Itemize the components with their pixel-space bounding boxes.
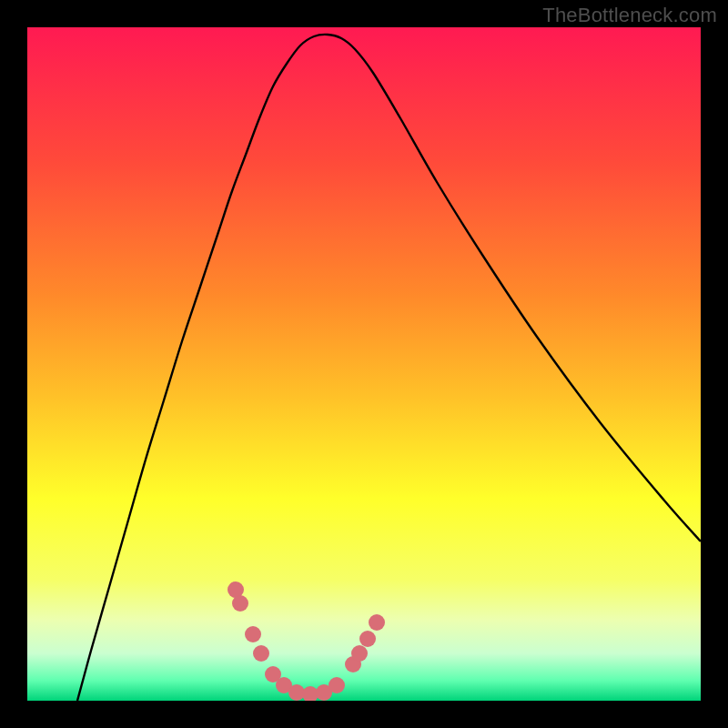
highlight-dot	[232, 595, 248, 612]
outer-frame: TheBottleneck.com	[0, 0, 728, 728]
highlight-dot	[253, 645, 269, 662]
highlight-dot	[329, 677, 345, 693]
bottleneck-curve-path	[77, 35, 701, 701]
highlight-dot	[245, 626, 261, 642]
highlight-dot	[359, 631, 376, 647]
chart-svg	[27, 27, 701, 701]
plot-area	[27, 27, 701, 701]
brand-watermark: TheBottleneck.com	[542, 4, 717, 27]
highlight-dot	[351, 645, 368, 662]
highlight-dots	[228, 581, 385, 701]
highlight-dot	[369, 614, 385, 631]
bottleneck-curve	[77, 35, 701, 701]
